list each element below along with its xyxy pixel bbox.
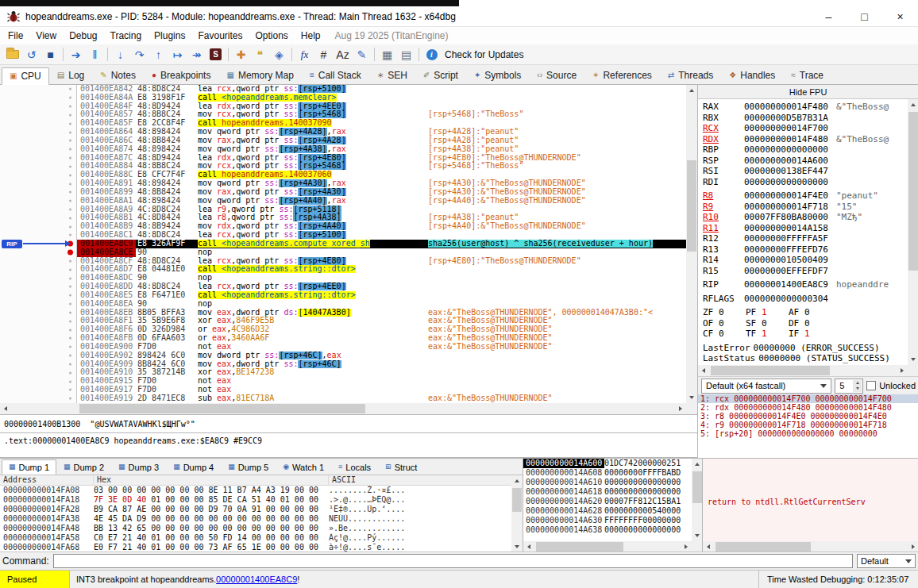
instruction-gutter[interactable] xyxy=(0,343,77,352)
scroll-down-icon[interactable] xyxy=(908,354,918,365)
register-r10[interactable]: R1000007FF80BA80000"MZђ" xyxy=(698,212,908,223)
dump-row[interactable]: 000000000014FA0803 00 00 00 00 00 00 00 … xyxy=(0,486,523,495)
flag-zf[interactable]: ZF 0 xyxy=(703,307,746,318)
disasm-vscrollbar[interactable] xyxy=(686,85,697,403)
gutter-dot[interactable] xyxy=(69,311,71,313)
disasm-row[interactable]: 001400EA902898424 6C0mov dword ptr ss:[r… xyxy=(0,352,686,360)
instruction-gutter[interactable] xyxy=(0,102,77,111)
instruction-gutter[interactable] xyxy=(0,85,77,94)
stack-row[interactable]: 000000000014A6280000000000540000 xyxy=(523,506,702,516)
argument-row[interactable]: 5: [rsp+20] 0000000000000000 00000000 xyxy=(698,429,918,438)
flag-pf[interactable]: PF 1 xyxy=(746,307,789,318)
step-into-button[interactable]: ↓ xyxy=(111,46,129,63)
instruction-gutter[interactable] xyxy=(0,377,77,386)
gutter-dot[interactable] xyxy=(69,371,71,374)
memory-button[interactable]: ▤ xyxy=(397,46,415,63)
gutter-dot[interactable] xyxy=(69,209,71,211)
tab-locals[interactable]: ≡Locals xyxy=(331,459,378,475)
scroll-up-icon[interactable] xyxy=(692,459,703,470)
flag-cf[interactable]: CF 0 xyxy=(703,329,746,340)
gutter-dot[interactable] xyxy=(69,286,71,288)
register-rip[interactable]: RIP00000001400EA8C9hopeanddre xyxy=(698,279,908,290)
minimize-button[interactable]: – xyxy=(811,6,847,26)
register-laststatus[interactable]: LastStatus00000000 (STATUS_SUCCESS) xyxy=(698,353,908,364)
case-button[interactable]: Az xyxy=(334,46,352,63)
menu-item-plugins[interactable]: Plugins xyxy=(148,28,191,44)
label-button[interactable]: ◈ xyxy=(270,46,288,63)
scroll-left-icon[interactable] xyxy=(698,365,709,376)
instruction-gutter[interactable] xyxy=(0,222,77,231)
scroll-right-icon[interactable] xyxy=(908,541,918,552)
gutter-dot[interactable] xyxy=(69,277,71,279)
disasm-row[interactable]: 001400EA8C148:8D8C24lea rcx,qword ptr ss… xyxy=(0,231,686,240)
highlight-button[interactable]: ✎ xyxy=(353,46,371,63)
gutter-dot[interactable] xyxy=(69,106,71,108)
disasm-row[interactable]: 001400EA8F135 5B9E6F8xor eax,846F9E5Beax… xyxy=(0,317,686,325)
instruction-gutter[interactable] xyxy=(0,188,77,197)
close-button[interactable]: × xyxy=(882,6,918,26)
spin-up-icon[interactable] xyxy=(853,380,862,386)
disasm-row[interactable]: 001400EA89148:898424mov qword ptr ss:[rs… xyxy=(0,179,686,188)
scylla-button[interactable]: S xyxy=(206,46,225,63)
scroll-down-icon[interactable] xyxy=(692,530,703,541)
scrollbar-thumb[interactable] xyxy=(687,160,696,252)
gutter-dot[interactable] xyxy=(69,268,71,271)
register-rsi[interactable]: RSI00000000138EF447 xyxy=(698,166,908,177)
spin-down-icon[interactable] xyxy=(853,386,862,392)
instruction-gutter[interactable] xyxy=(0,265,77,274)
disasm-row[interactable]: 001400EA8F60D 326D984or eax,4C986D32eax:… xyxy=(0,325,686,334)
stack-vscrollbar[interactable] xyxy=(692,459,703,541)
dump-row[interactable]: 000000000014FA384E 45 DA D9 00 00 00 00 … xyxy=(0,514,523,524)
disasm-row[interactable]: 001400EA900F7D0not eaxeax:&"TheBoss@THUN… xyxy=(0,343,686,352)
stack-hscrollbar[interactable] xyxy=(523,541,692,552)
scroll-left-icon[interactable] xyxy=(523,541,534,552)
disasm-row[interactable]: 001400EA88CE8 CFC7F4Fcall hopeanddreams.… xyxy=(0,171,686,179)
gutter-dot[interactable] xyxy=(69,303,71,306)
instruction-gutter[interactable] xyxy=(0,300,77,309)
register-r8[interactable]: R8000000000014F4E0"peanut" xyxy=(698,190,908,202)
instruction-gutter[interactable] xyxy=(0,162,77,171)
comment-button[interactable]: ❝ xyxy=(251,46,269,63)
gutter-dot[interactable] xyxy=(69,329,71,331)
instruction-gutter[interactable] xyxy=(0,325,77,334)
run-to-cursor-button[interactable]: ↦ xyxy=(168,46,187,63)
register-rbx[interactable]: RBX00000000D5B7B31A xyxy=(698,113,908,124)
tab-watch-1[interactable]: ◉Watch 1 xyxy=(276,459,331,475)
instruction-gutter[interactable] xyxy=(0,171,77,179)
scrollbar-thumb[interactable] xyxy=(711,366,830,375)
tab-dump-5[interactable]: ▦Dump 5 xyxy=(221,459,276,475)
tab-dump-2[interactable]: ▦Dump 2 xyxy=(56,459,111,475)
gutter-dot[interactable] xyxy=(69,88,71,90)
gutter-dot[interactable] xyxy=(69,346,71,348)
gutter-dot[interactable] xyxy=(69,234,71,236)
disasm-row[interactable]: 001400EA8EA90nop xyxy=(0,300,686,309)
dump-row[interactable]: 000000000014FA28B9 CA 87 AE 00 00 00 00 … xyxy=(0,505,523,514)
scrollbar-thumb[interactable] xyxy=(908,112,918,271)
disasm-row[interactable]: 001400EA8DC90nop xyxy=(0,274,686,282)
scrollbar-thumb[interactable] xyxy=(536,542,623,551)
run-button[interactable]: ➔ xyxy=(67,46,85,63)
menu-item-debug[interactable]: Debug xyxy=(63,28,103,44)
disasm-row[interactable]: 001400EA84F48:8D9424lea rdx,qword ptr ss… xyxy=(0,102,686,111)
disasm-row[interactable]: 001400EA91035 387214Bxor eax,BE147238 xyxy=(0,368,686,377)
argument-row[interactable]: 2: rdx 000000000014F480 000000000014F480 xyxy=(698,403,918,412)
instruction-gutter[interactable] xyxy=(0,282,77,291)
disasm-row[interactable]: 001400EA915F7D0not eax xyxy=(0,377,686,386)
gutter-dot[interactable] xyxy=(69,294,71,297)
gutter-dot[interactable] xyxy=(69,200,71,202)
pause-button[interactable]: ‖ xyxy=(86,46,104,63)
disasm-row[interactable]: 001400EA8CF48:8D8C24lea rcx,qword ptr ss… xyxy=(0,257,686,266)
gutter-dot[interactable] xyxy=(69,398,71,400)
open-file-button[interactable] xyxy=(3,46,21,63)
gutter-dot[interactable] xyxy=(69,380,71,382)
disasm-row[interactable]: 001400EA8A94C:8D8C24lea r9,qword ptr ss:… xyxy=(0,206,686,214)
register-rsp[interactable]: RSP000000000014A600 xyxy=(698,156,908,167)
dump-row[interactable]: 000000000014FA58C0 E7 21 40 01 00 00 00 … xyxy=(0,533,523,543)
instruction-gutter[interactable] xyxy=(0,128,77,136)
gutter-dot[interactable] xyxy=(69,337,71,340)
register-r15[interactable]: R1500000000EFFEFDF7 xyxy=(698,266,908,277)
scroll-right-icon[interactable] xyxy=(897,365,908,376)
instruction-gutter[interactable] xyxy=(0,334,77,343)
stack-row[interactable]: 000000000014A6180000000000000000 xyxy=(523,487,702,497)
scroll-left-icon[interactable] xyxy=(0,403,11,414)
